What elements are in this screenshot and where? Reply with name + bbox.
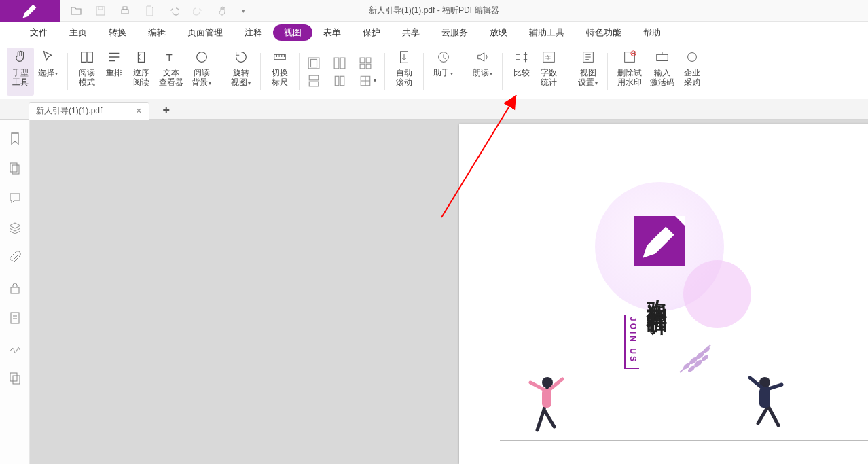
read-bg-button[interactable]: 阅读 背景▾	[187, 48, 215, 96]
layout-5-icon[interactable]	[333, 75, 346, 87]
svg-rect-14	[366, 64, 371, 69]
select-button[interactable]: 选择▾	[34, 48, 62, 96]
rotate-button[interactable]: 旋转 视图▾	[227, 48, 255, 96]
menu-share[interactable]: 共享	[391, 24, 431, 41]
save-icon[interactable]	[95, 5, 106, 16]
form-icon[interactable]	[8, 311, 22, 325]
svg-rect-11	[360, 58, 365, 63]
menu-page[interactable]: 页面管理	[177, 24, 234, 41]
read-aloud-button[interactable]: 朗读▾	[469, 48, 496, 96]
enterprise-button[interactable]: 企业 采购	[679, 48, 706, 96]
compare-button[interactable]: 比较	[508, 48, 535, 96]
bookmark-icon[interactable]	[8, 132, 22, 145]
menu-home[interactable]: 主页	[58, 24, 98, 41]
cursor-icon	[40, 49, 56, 65]
svg-rect-26	[657, 54, 668, 60]
pen-icon	[634, 216, 685, 266]
chevron-down-icon: ▾	[209, 80, 211, 86]
joinus-text: JOIN US	[624, 315, 639, 369]
remove-trial-button[interactable]: 删除试 用水印	[613, 48, 646, 96]
assistant-button[interactable]: 助手▾	[429, 48, 457, 96]
hand-pan-icon[interactable]	[217, 5, 228, 16]
rotate-icon	[233, 49, 249, 65]
comment-icon[interactable]	[8, 192, 22, 205]
undo-icon[interactable]	[168, 5, 179, 16]
layers-icon[interactable]	[8, 221, 22, 235]
menu-file[interactable]: 文件	[19, 24, 58, 41]
document-tab[interactable]: 新人引导(1)(1).pdf ×	[29, 102, 149, 120]
layout-4-icon[interactable]	[308, 75, 320, 87]
dropdown-caret-icon[interactable]: ▾	[242, 7, 245, 14]
chevron-down-icon[interactable]: ▾	[374, 77, 376, 84]
menu-convert[interactable]: 转换	[98, 24, 137, 41]
tab-label: 新人引导(1)(1).pdf	[36, 105, 102, 117]
book-icon	[79, 49, 95, 65]
chevron-down-icon: ▾	[55, 71, 58, 77]
enter-key-button[interactable]: 输入 激活码	[646, 48, 679, 96]
layout-2-icon[interactable]	[333, 57, 346, 69]
layout-1-icon[interactable]	[308, 57, 320, 69]
svg-rect-27	[688, 53, 697, 62]
reverse-icon	[133, 49, 149, 65]
lock-icon[interactable]	[8, 281, 22, 295]
redo-icon[interactable]	[193, 5, 204, 16]
svg-text:字: 字	[545, 55, 551, 61]
app-logo	[0, 0, 60, 22]
settings-icon	[580, 49, 596, 65]
enterprise-icon	[684, 49, 700, 65]
menu-view[interactable]: 视图	[273, 24, 312, 41]
page-icon[interactable]	[144, 5, 155, 16]
text-icon: T	[163, 49, 179, 65]
pdf-page: 欢迎来到福昕 JOIN US	[459, 124, 868, 464]
view-settings-button[interactable]: 视图 设置▾	[574, 48, 602, 96]
menu-comment[interactable]: 注释	[234, 24, 273, 41]
add-tab-button[interactable]: +	[163, 103, 170, 119]
svg-rect-17	[335, 76, 339, 86]
svg-rect-42	[542, 389, 551, 408]
read-mode-button[interactable]: 阅读 模式	[73, 48, 101, 96]
menu-feature[interactable]: 特色功能	[575, 24, 632, 41]
menu-protect[interactable]: 保护	[352, 24, 391, 41]
reflow-icon	[106, 49, 122, 65]
scroll-icon	[396, 49, 412, 65]
workspace: 欢迎来到福昕 JOIN US	[0, 120, 868, 464]
reflow-button[interactable]: 重排	[101, 48, 128, 96]
ruler-button[interactable]: 切换 标尺	[266, 48, 293, 96]
chevron-down-icon: ▾	[450, 71, 453, 77]
pages-icon[interactable]	[8, 162, 22, 175]
signature-icon[interactable]	[8, 341, 22, 355]
layout-3-icon[interactable]	[359, 57, 372, 69]
svg-rect-0	[96, 7, 105, 15]
foxit-logo	[634, 216, 685, 266]
auto-scroll-button[interactable]: 自动 滚动	[391, 48, 418, 96]
attach-icon[interactable]	[8, 251, 22, 265]
print-icon[interactable]	[120, 5, 130, 16]
menu-form[interactable]: 表单	[312, 24, 352, 41]
quick-access-toolbar: ▾	[60, 5, 245, 16]
menu-present[interactable]: 放映	[479, 24, 518, 41]
svg-rect-31	[11, 313, 19, 323]
assistant-icon	[435, 49, 452, 65]
menu-help[interactable]: 帮助	[632, 24, 672, 41]
open-icon[interactable]	[71, 5, 82, 16]
svg-rect-18	[340, 76, 344, 86]
menu-bar: 文件 主页 转换 编辑 页面管理 注释 视图 表单 保护 共享 云服务 放映 辅…	[0, 22, 868, 43]
word-count-button[interactable]: 字 字数 统计	[535, 48, 562, 96]
svg-rect-3	[123, 7, 127, 10]
bg-icon	[194, 49, 210, 65]
dancer-right-illustration	[738, 372, 792, 440]
clipboard-icon[interactable]	[8, 371, 22, 385]
text-viewer-button[interactable]: T 文本 查看器	[155, 48, 187, 96]
menu-assist[interactable]: 辅助工具	[518, 24, 575, 41]
svg-rect-8	[311, 59, 317, 67]
remove-watermark-icon	[621, 49, 638, 65]
close-icon[interactable]: ×	[136, 105, 141, 116]
word-count-icon: 字	[541, 49, 557, 65]
layout-6-icon[interactable]	[359, 75, 372, 87]
menu-cloud[interactable]: 云服务	[431, 24, 479, 41]
key-icon	[654, 49, 670, 65]
menu-edit[interactable]: 编辑	[137, 24, 177, 41]
canvas-area[interactable]: 欢迎来到福昕 JOIN US	[30, 120, 868, 464]
hand-tool-button[interactable]: 手型 工具	[7, 48, 34, 96]
reverse-button[interactable]: 逆序 阅读	[128, 48, 155, 96]
